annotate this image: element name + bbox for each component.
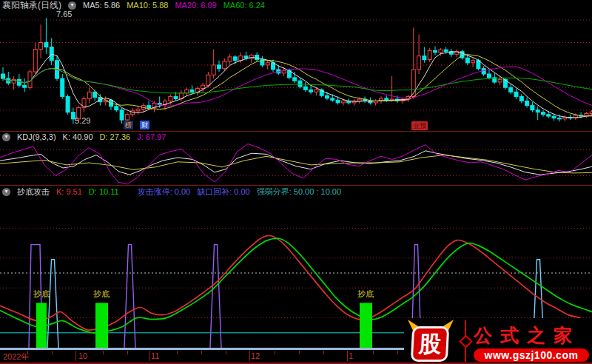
event-badge-bang[interactable]: 榜 bbox=[124, 121, 133, 129]
sub-attack-limit-value: 攻击涨停: 0.00 bbox=[138, 187, 191, 197]
candle[interactable] bbox=[525, 98, 529, 108]
week-tick bbox=[177, 351, 178, 354]
kdj-title: KDJ(9,3,3) bbox=[17, 132, 56, 142]
candle[interactable] bbox=[309, 85, 313, 94]
candle[interactable] bbox=[531, 102, 534, 112]
kdj-d-value: D: 27.36 bbox=[100, 132, 131, 142]
candle[interactable] bbox=[44, 18, 48, 54]
candle[interactable] bbox=[471, 58, 475, 67]
month-tick bbox=[347, 351, 348, 361]
sub-k-value: K: 9.51 bbox=[56, 187, 82, 197]
candle[interactable] bbox=[460, 50, 464, 59]
candle[interactable] bbox=[568, 115, 572, 120]
candle[interactable] bbox=[542, 110, 545, 117]
ma60-label: MA60: 6.24 bbox=[223, 1, 265, 10]
candle[interactable] bbox=[66, 94, 70, 114]
axis-label-oct: 10 bbox=[78, 351, 87, 360]
candle[interactable] bbox=[455, 50, 459, 57]
candle[interactable] bbox=[87, 87, 91, 103]
signal-label: 抄底 bbox=[93, 289, 110, 298]
high-price-label: 7.65 bbox=[56, 10, 72, 18]
kdj-k-value: K: 40.90 bbox=[63, 132, 93, 142]
candle[interactable] bbox=[411, 27, 415, 98]
chevron-down-icon[interactable] bbox=[2, 133, 10, 141]
candle[interactable] bbox=[228, 54, 232, 65]
week-tick bbox=[275, 351, 275, 354]
website-url[interactable]: www.gszj100.com bbox=[474, 348, 589, 362]
axis-label-dec: 12 bbox=[251, 351, 260, 360]
candle[interactable] bbox=[249, 54, 253, 63]
candle[interactable] bbox=[423, 47, 426, 63]
candle[interactable] bbox=[7, 72, 10, 85]
panel-separator bbox=[0, 131, 592, 132]
candle[interactable] bbox=[33, 43, 37, 75]
candle[interactable] bbox=[195, 87, 199, 95]
chevron-down-icon[interactable] bbox=[68, 1, 76, 10]
ma5-label: MA5: 5.86 bbox=[83, 1, 120, 10]
candle[interactable] bbox=[519, 94, 523, 103]
gu-bull-emblem: 股 bbox=[410, 321, 451, 361]
candle[interactable] bbox=[563, 115, 567, 121]
candle[interactable] bbox=[23, 78, 27, 92]
week-tick bbox=[226, 351, 226, 354]
candle[interactable] bbox=[260, 56, 264, 67]
candle[interactable] bbox=[212, 50, 215, 79]
buy-signal-bar bbox=[95, 303, 108, 348]
candle[interactable] bbox=[39, 24, 43, 58]
candlestick-chart[interactable] bbox=[0, 0, 592, 132]
sub-gap-fill-value: 缺口回补: 0.00 bbox=[197, 187, 250, 197]
sub-d-value: D: 10.11 bbox=[89, 187, 119, 197]
candle[interactable] bbox=[585, 112, 588, 118]
gszj-logo-link[interactable]: 股 公式之家 www.gszj100.com bbox=[404, 318, 592, 364]
brand-title: 公式之家 bbox=[474, 323, 580, 348]
candle[interactable] bbox=[434, 46, 437, 55]
candle[interactable] bbox=[266, 61, 269, 70]
candle[interactable] bbox=[390, 76, 394, 102]
stock-title: 襄阳轴承(日线) bbox=[2, 1, 61, 10]
ma10-label: MA10: 5.88 bbox=[127, 1, 168, 10]
candle[interactable] bbox=[417, 35, 421, 74]
week-tick bbox=[127, 351, 128, 354]
candle[interactable] bbox=[50, 38, 53, 65]
candle[interactable] bbox=[255, 53, 259, 61]
candle[interactable] bbox=[298, 78, 302, 89]
candle[interactable] bbox=[61, 74, 64, 99]
week-tick bbox=[27, 351, 28, 354]
gu-character: 股 bbox=[411, 326, 450, 362]
buy-signal-bar bbox=[36, 303, 47, 348]
candle[interactable] bbox=[82, 96, 86, 112]
candle[interactable] bbox=[352, 99, 356, 106]
candle[interactable] bbox=[374, 99, 377, 106]
candle[interactable] bbox=[428, 48, 431, 62]
candle[interactable] bbox=[509, 84, 513, 94]
candle[interactable] bbox=[536, 107, 539, 120]
main-header: 襄阳轴承(日线) MA5: 5.86 MA10: 5.88 MA20: 6.09… bbox=[2, 1, 265, 10]
candle[interactable] bbox=[303, 82, 307, 92]
diamond-icon bbox=[459, 334, 472, 348]
kdj-panel: KDJ(9,3,3) K: 40.90 D: 27.36 J: 67.97 bbox=[0, 132, 592, 185]
low-price-label: 5.29 bbox=[75, 116, 90, 125]
candle[interactable] bbox=[17, 74, 21, 87]
month-tick bbox=[149, 351, 150, 361]
ma20-label: MA20: 6.09 bbox=[175, 1, 216, 10]
week-tick bbox=[52, 351, 53, 354]
axis-label-2022: 2022年 bbox=[3, 351, 29, 363]
event-badge-cai[interactable]: 财 bbox=[140, 121, 149, 129]
candle[interactable] bbox=[218, 61, 221, 72]
sub-header: 抄底攻击 K: 9.51 D: 10.11 攻击涨停: 0.00 缺口回补: 0… bbox=[2, 187, 341, 197]
main-chart-panel: 襄阳轴承(日线) MA5: 5.86 MA10: 5.88 MA20: 6.09… bbox=[0, 0, 592, 132]
signal-spike bbox=[124, 245, 135, 348]
candle[interactable] bbox=[272, 60, 275, 72]
chevron-down-icon[interactable] bbox=[2, 188, 10, 196]
month-tick bbox=[75, 351, 76, 361]
candle[interactable] bbox=[380, 96, 383, 104]
candle[interactable] bbox=[449, 49, 453, 57]
signal-spike bbox=[210, 245, 221, 348]
candle[interactable] bbox=[223, 58, 226, 70]
app-window: 襄阳轴承(日线) MA5: 5.86 MA10: 5.88 MA20: 6.09… bbox=[0, 0, 592, 364]
candle[interactable] bbox=[488, 70, 491, 79]
event-badge-yuyu[interactable]: 业预 bbox=[411, 121, 428, 130]
candle[interactable] bbox=[514, 89, 518, 99]
sub-strength-line-value: 强弱分界: 50.00 : 10.00 bbox=[257, 187, 341, 197]
axis-label-jan: 1 bbox=[349, 351, 353, 360]
